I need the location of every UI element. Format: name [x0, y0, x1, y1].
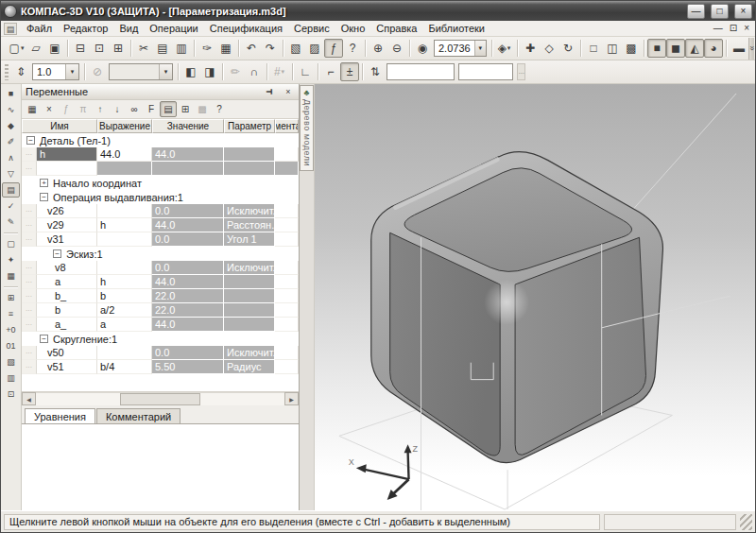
- insert-view-button[interactable]: ◨: [200, 62, 219, 81]
- row-handle[interactable]: ···: [22, 318, 37, 332]
- coordinates-button[interactable]: ⇅: [366, 62, 385, 81]
- table-view-button[interactable]: ⊞: [177, 101, 194, 117]
- scroll-right-button[interactable]: ▶: [284, 392, 299, 405]
- move-down-button[interactable]: ↓: [109, 101, 126, 117]
- scrollbar-track[interactable]: [36, 392, 284, 405]
- var-value-cell[interactable]: 0.0: [152, 232, 224, 247]
- shaded-edges-mode-button[interactable]: ◼: [666, 39, 685, 58]
- var-parameter-cell[interactable]: [224, 318, 275, 332]
- grid-dropdown[interactable]: ▾: [282, 68, 285, 76]
- panel-help-button[interactable]: ?: [211, 101, 228, 117]
- orientation-button[interactable]: ◈▾: [495, 39, 514, 58]
- compact-designations-button[interactable]: 01: [2, 338, 20, 353]
- compact-layers-button[interactable]: ≡: [2, 306, 20, 321]
- rounding-button[interactable]: ±: [340, 62, 359, 81]
- link-variable-button[interactable]: ∞: [126, 101, 143, 117]
- compact-check-button[interactable]: ✓: [2, 198, 20, 214]
- snap-button[interactable]: ∩: [245, 62, 264, 81]
- var-comment-cell[interactable]: [275, 147, 299, 162]
- compact-filters-button[interactable]: ▽: [2, 166, 20, 181]
- var-expression-cell[interactable]: [97, 232, 152, 247]
- convert-to-f-button[interactable]: F: [143, 101, 160, 117]
- model-cube[interactable]: [371, 152, 663, 463]
- row-handle[interactable]: ···: [22, 346, 37, 360]
- compact-tools-button[interactable]: ✦: [2, 252, 20, 267]
- compact-assembly-button[interactable]: ▦: [2, 268, 20, 284]
- var-expression-cell[interactable]: a/2: [97, 303, 152, 318]
- var-value-cell[interactable]: 0.0: [152, 204, 224, 218]
- collapse-icon[interactable]: −: [40, 335, 48, 343]
- var-value-cell[interactable]: 0.0: [152, 261, 224, 275]
- close-button[interactable]: ×: [734, 4, 752, 19]
- var-name-cell[interactable]: h: [37, 147, 97, 162]
- open-document-button[interactable]: ▱: [26, 39, 45, 58]
- var-comment-cell[interactable]: [275, 360, 299, 374]
- maximize-button[interactable]: □: [711, 4, 729, 19]
- compact-library-button[interactable]: ⊡: [2, 387, 20, 402]
- menu-item-service[interactable]: Сервис: [288, 22, 335, 35]
- var-comment-cell[interactable]: [275, 303, 299, 318]
- rotate-button[interactable]: ↻: [558, 39, 577, 58]
- print-button[interactable]: ⊟: [71, 39, 90, 58]
- compact-measure-button[interactable]: ∧: [2, 150, 20, 165]
- viewport-3d[interactable]: Z X: [315, 84, 755, 510]
- perspective-mode-button[interactable]: ◕: [704, 39, 723, 58]
- viewport-3d-canvas[interactable]: Z X: [315, 84, 755, 510]
- menu-item-help[interactable]: Справка: [370, 22, 422, 35]
- ortho-button[interactable]: ⌐: [321, 62, 340, 81]
- variable-group-row[interactable]: −Скругление:1: [22, 332, 299, 346]
- minimize-button[interactable]: —: [687, 4, 705, 19]
- model-tree-tab[interactable]: ♣ Дерево модели: [300, 85, 314, 171]
- var-expression-cell[interactable]: h: [97, 275, 152, 289]
- var-parameter-cell[interactable]: Исключит...: [224, 346, 275, 360]
- compact-macro-button[interactable]: ▥: [2, 370, 20, 386]
- local-cs-button[interactable]: ∟: [296, 62, 315, 81]
- var-name-cell[interactable]: v29: [37, 218, 97, 232]
- var-comment-cell[interactable]: [275, 218, 299, 232]
- print-preview-button[interactable]: ⊡: [90, 39, 109, 58]
- var-value-cell[interactable]: 44.0: [152, 318, 224, 332]
- library-manager-button[interactable]: ▨: [305, 39, 324, 58]
- var-parameter-cell[interactable]: Угол 1: [224, 232, 275, 247]
- var-value-cell[interactable]: 5.50: [152, 360, 224, 374]
- scale-combo[interactable]: 1.0▾: [32, 63, 79, 80]
- zoom-area-button[interactable]: ◉: [413, 39, 432, 58]
- row-handle[interactable]: ···: [22, 218, 37, 232]
- collapse-icon[interactable]: −: [40, 193, 48, 201]
- var-expression-cell[interactable]: [97, 204, 152, 218]
- hidden-lines-thin-mode-button[interactable]: ▩: [622, 39, 641, 58]
- zoom-combo-dropdown[interactable]: ▾: [474, 41, 486, 56]
- var-comment-cell[interactable]: [275, 261, 299, 275]
- var-comment-cell[interactable]: [275, 232, 299, 247]
- zoom-in-button[interactable]: ⊕: [369, 39, 387, 58]
- pan-button[interactable]: ✚: [521, 39, 540, 58]
- document-icon[interactable]: ▤: [4, 23, 17, 35]
- context-help-button[interactable]: ?: [343, 39, 362, 58]
- variable-group-row[interactable]: −Деталь (Тел-1): [22, 133, 299, 147]
- variable-group-row[interactable]: −Операция выдавливания:1: [22, 190, 299, 204]
- var-name-cell[interactable]: a_: [37, 318, 97, 332]
- var-comment-cell[interactable]: [275, 204, 299, 218]
- row-handle[interactable]: ···: [22, 289, 37, 303]
- param-field-1[interactable]: [387, 63, 455, 80]
- zoom-out-button[interactable]: ⊖: [387, 39, 406, 58]
- tab-equations[interactable]: Уравнения: [25, 408, 95, 423]
- compact-variables-button[interactable]: ▤: [2, 182, 20, 198]
- mdi-restore-button[interactable]: ⊡: [730, 22, 737, 35]
- redo-button[interactable]: ↷: [261, 39, 280, 58]
- menu-item-libraries[interactable]: Библиотеки: [422, 22, 490, 35]
- document-properties-button[interactable]: ⊞: [109, 39, 128, 58]
- var-name-cell[interactable]: v31: [37, 232, 97, 247]
- phantoms-button[interactable]: ◧: [181, 62, 200, 81]
- row-handle[interactable]: ···: [22, 275, 37, 289]
- equations-tab-content[interactable]: [22, 423, 299, 510]
- row-handle[interactable]: ···: [22, 147, 37, 162]
- toolbar-overflow-button[interactable]: »: [748, 38, 754, 60]
- save-document-button[interactable]: ▣: [45, 39, 64, 58]
- row-handle[interactable]: ···: [22, 232, 37, 247]
- var-parameter-cell[interactable]: Расстоян...: [224, 218, 275, 232]
- column-header-comment[interactable]: Комментарий: [275, 119, 299, 133]
- paste-button[interactable]: ▥: [172, 39, 191, 58]
- compact-sheet-button[interactable]: ▢: [2, 236, 20, 251]
- new-document-button[interactable]: ▢▾: [8, 39, 26, 58]
